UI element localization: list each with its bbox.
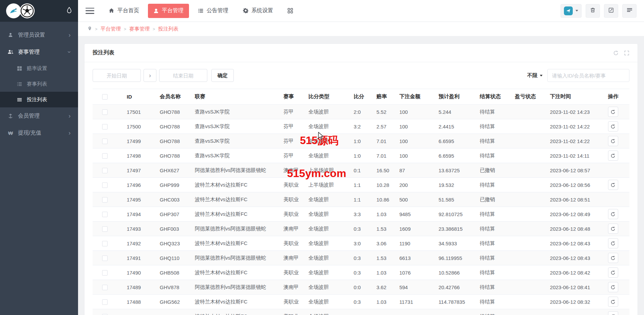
- row-checkbox[interactable]: [102, 299, 108, 305]
- breadcrumb-platform-manage[interactable]: 平台管理: [100, 26, 121, 32]
- row-checkbox[interactable]: [102, 285, 108, 290]
- edit-icon: [608, 7, 614, 14]
- sidebar-submenu-match-manage: 赔率设置 赛事列表 投注列表: [0, 60, 78, 107]
- sidebar-item-match-manage[interactable]: 赛事管理 ›: [0, 43, 78, 60]
- row-checkbox[interactable]: [102, 168, 108, 173]
- status-filter-dropdown[interactable]: 不限: [527, 72, 543, 79]
- nav-platform-manage[interactable]: 平台管理: [148, 4, 189, 18]
- bet-row: 17492GHQ323波特兰木材vs达拉斯FC美职业全场波胆3:03.06119…: [93, 236, 629, 251]
- rollback-button[interactable]: [608, 311, 618, 315]
- rollback-button[interactable]: [608, 282, 618, 292]
- header-profit-status: 盈亏状态: [511, 89, 546, 105]
- droplet-icon[interactable]: [67, 7, 72, 15]
- nav-label: 公告管理: [207, 7, 228, 14]
- sidebar-item-admin-settings[interactable]: 管理员设置 ›: [0, 27, 78, 43]
- cell-match: 波特兰木材vs达拉斯FC: [191, 295, 280, 309]
- row-checkbox[interactable]: [102, 197, 108, 203]
- cell-time: 2023-06-12 08:57: [547, 163, 605, 178]
- header-odds: 赔率: [373, 89, 396, 105]
- rollback-button[interactable]: [608, 253, 618, 263]
- confirm-button[interactable]: 确定: [211, 69, 234, 82]
- sidebar-item-label: 赛事管理: [18, 49, 40, 56]
- share-dropdown-button[interactable]: [561, 4, 582, 18]
- cell-member: GHQ323: [156, 236, 191, 251]
- cell-league: 芬甲: [280, 148, 305, 163]
- sidebar-item-label: 会员管理: [18, 112, 40, 120]
- cell-score: 1:0: [350, 134, 373, 148]
- cell-amount: 100: [396, 148, 435, 163]
- rollback-button[interactable]: [608, 238, 618, 248]
- log-list-button[interactable]: [622, 4, 637, 18]
- edit-note-button[interactable]: [604, 4, 618, 18]
- delete-button[interactable]: [586, 4, 600, 18]
- cell-id: 17493: [123, 222, 156, 236]
- bet-row: 17495GHC003波特兰木材vs达拉斯FC美职业全场波胆1:110.8650…: [93, 192, 629, 207]
- cell-odds: 2.57: [373, 119, 396, 134]
- row-checkbox[interactable]: [102, 270, 108, 276]
- sidebar-item-odds-settings[interactable]: 赔率设置: [0, 60, 78, 76]
- cell-time: 2023-11-02 14:22: [547, 119, 605, 134]
- cell-score: 0:0: [350, 280, 373, 295]
- refresh-icon[interactable]: [613, 50, 619, 56]
- cell-amount: 100: [396, 119, 435, 134]
- cell-score: 1:1: [350, 192, 373, 207]
- row-checkbox[interactable]: [102, 256, 108, 261]
- rollback-button[interactable]: [608, 136, 618, 146]
- nav-announcement-manage[interactable]: 公告管理: [192, 4, 234, 18]
- row-checkbox[interactable]: [102, 153, 108, 159]
- row-checkbox[interactable]: [102, 226, 108, 232]
- row-checkbox[interactable]: [102, 109, 108, 115]
- cell-score-type: 全场波胆: [305, 192, 351, 207]
- brand-logo[interactable]: [6, 3, 35, 18]
- fullscreen-icon[interactable]: [624, 50, 629, 56]
- cell-time: 2023-11-02 14:23: [547, 105, 605, 119]
- nav-system-settings[interactable]: 系统设置: [237, 4, 279, 18]
- row-checkbox[interactable]: [102, 139, 108, 144]
- cell-profit-status: [511, 178, 546, 192]
- chevron-right-icon: ›: [69, 113, 71, 119]
- date-range-arrow-button[interactable]: ›: [144, 69, 156, 82]
- rollback-button[interactable]: [608, 180, 618, 190]
- row-checkbox[interactable]: [102, 212, 108, 217]
- row-checkbox[interactable]: [102, 124, 108, 129]
- cell-amount: 1188: [396, 309, 435, 315]
- breadcrumb-separator: >: [153, 27, 155, 32]
- bet-table-body: 17501GHO788查路vsSJK学院芬甲全场波胆2:05.521005.24…: [93, 105, 629, 315]
- sidebar-item-withdraw-recharge[interactable]: ₩ 提现/充值 ›: [0, 124, 78, 141]
- rollback-button[interactable]: [608, 224, 618, 234]
- cell-member: GHQ390: [156, 309, 191, 315]
- cell-profit: 96.119955: [435, 251, 476, 265]
- end-date-input[interactable]: [159, 69, 207, 82]
- rollback-button[interactable]: [608, 267, 618, 278]
- cell-time: 2023-06-12 08:56: [547, 178, 605, 192]
- search-input[interactable]: [547, 69, 629, 82]
- cell-profit-status: [511, 251, 546, 265]
- nav-apps-grid[interactable]: [282, 4, 299, 18]
- sidebar-item-member-manage[interactable]: 会员管理 ›: [0, 107, 78, 124]
- chevron-right-icon: ›: [69, 32, 71, 38]
- row-checkbox[interactable]: [102, 182, 108, 188]
- cell-match: 查路vsSJK学院: [191, 105, 280, 119]
- rollback-button[interactable]: [608, 121, 618, 132]
- row-checkbox-cell: [93, 265, 123, 280]
- header-league: 赛事: [280, 89, 305, 105]
- cell-odds: 1.03: [373, 265, 396, 280]
- cell-member: GHO788: [156, 105, 191, 119]
- sidebar-item-bet-list[interactable]: 投注列表: [0, 92, 78, 107]
- breadcrumb-bet-list[interactable]: 投注列表: [158, 26, 178, 32]
- breadcrumb-match-manage[interactable]: 赛事管理: [129, 26, 150, 32]
- cell-profit-status: [511, 236, 546, 251]
- rollback-button[interactable]: [608, 209, 618, 219]
- nav-platform-home[interactable]: 平台首页: [103, 4, 145, 18]
- sidebar-item-match-list[interactable]: 赛事列表: [0, 76, 78, 92]
- start-date-input[interactable]: [93, 69, 141, 82]
- select-all-checkbox[interactable]: [102, 94, 108, 100]
- bet-row: 17496GHP999波特兰木材vs达拉斯FC美职业上半场波胆1:110.282…: [93, 178, 629, 192]
- row-checkbox[interactable]: [102, 241, 108, 246]
- cell-time: 2023-06-12 08:49: [547, 207, 605, 222]
- cell-settle-status: 已撤销: [476, 163, 511, 178]
- rollback-button[interactable]: [608, 151, 618, 161]
- rollback-button[interactable]: [608, 297, 618, 307]
- sidebar-toggle-icon[interactable]: [86, 8, 94, 14]
- rollback-button[interactable]: [608, 107, 618, 117]
